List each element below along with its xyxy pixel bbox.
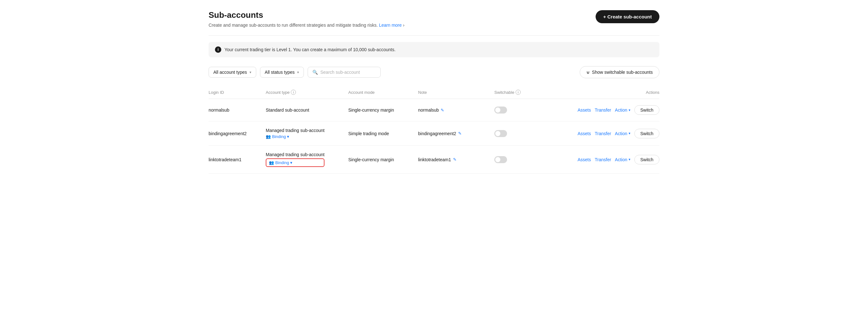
switchable-toggle-1[interactable] <box>494 107 507 113</box>
binding-chevron-icon-2: ▾ <box>287 134 289 139</box>
col-header-account-type: Account type i <box>266 90 348 95</box>
account-type-chevron-icon: ▾ <box>250 70 251 75</box>
sub-accounts-table: Login ID Account type i Account mode Not… <box>209 87 659 174</box>
show-switchable-button[interactable]: ⊌ Show switchable sub-accounts <box>580 66 659 78</box>
cell-account-type-3: Managed trading sub-account 👥 Binding ▾ <box>266 152 348 167</box>
action-chevron-icon-3: ▾ <box>629 158 630 162</box>
info-message: Your current trading tier is Level 1. Yo… <box>224 47 396 52</box>
table-header: Login ID Account type i Account mode Not… <box>209 87 659 99</box>
table-row: bindingagreement2 Managed trading sub-ac… <box>209 121 659 146</box>
table-row: normalsub Standard sub-account Single-cu… <box>209 99 659 121</box>
info-banner: i Your current trading tier is Level 1. … <box>209 42 659 57</box>
switch-button-2[interactable]: Switch <box>634 129 659 138</box>
cell-login-id-3: linktotradeteam1 <box>209 157 266 162</box>
cell-switchable-2 <box>494 130 545 137</box>
account-type-info-icon[interactable]: i <box>291 90 296 95</box>
switchable-btn-label: Show switchable sub-accounts <box>592 70 653 75</box>
note-edit-icon-2[interactable]: ✎ <box>458 131 462 136</box>
switchable-toggle-2[interactable] <box>494 130 507 137</box>
cell-switchable-3 <box>494 156 545 163</box>
page-title: Sub-accounts <box>209 10 404 20</box>
filters-row: All account types ▾ All status types ▾ 🔍… <box>209 66 659 78</box>
transfer-link-2[interactable]: Transfer <box>595 131 611 136</box>
cell-account-mode-2: Simple trading mode <box>348 131 418 136</box>
status-type-filter-label: All status types <box>265 70 294 75</box>
cell-actions-3: Assets Transfer Action ▾ Switch <box>545 155 659 164</box>
page-subtitle: Create and manage sub-accounts to run di… <box>209 23 404 28</box>
learn-more-link[interactable]: Learn more <box>379 23 402 28</box>
search-icon: 🔍 <box>312 70 318 75</box>
switchable-toggle-3[interactable] <box>494 156 507 163</box>
cell-login-id-2: bindingagreement2 <box>209 131 266 136</box>
filter-icon: ⊌ <box>586 70 590 75</box>
cell-login-id-1: normalsub <box>209 108 266 113</box>
people-icon-3: 👥 <box>269 160 274 165</box>
cell-note-2: bindingagreement2 ✎ <box>418 131 494 136</box>
assets-link-2[interactable]: Assets <box>578 131 591 136</box>
people-icon-2: 👥 <box>266 134 271 139</box>
col-header-account-mode: Account mode <box>348 90 418 95</box>
action-dropdown-3[interactable]: Action ▾ <box>615 157 630 162</box>
transfer-link-1[interactable]: Transfer <box>595 108 611 113</box>
action-dropdown-2[interactable]: Action ▾ <box>615 131 630 136</box>
account-type-filter-label: All account types <box>213 70 247 75</box>
binding-chevron-icon-3: ▾ <box>290 160 292 165</box>
account-type-filter[interactable]: All account types ▾ <box>209 67 256 78</box>
cell-account-mode-1: Single-currency margin <box>348 108 418 113</box>
switch-button-3[interactable]: Switch <box>634 155 659 164</box>
status-type-chevron-icon: ▾ <box>297 70 299 75</box>
transfer-link-3[interactable]: Transfer <box>595 157 611 162</box>
cell-switchable-1 <box>494 107 545 113</box>
action-chevron-icon-2: ▾ <box>629 131 630 136</box>
col-header-actions: Actions <box>545 90 659 95</box>
assets-link-1[interactable]: Assets <box>578 108 591 113</box>
note-edit-icon-3[interactable]: ✎ <box>453 157 457 162</box>
switchable-info-icon[interactable]: i <box>516 90 521 95</box>
cell-note-1: normalsub ✎ <box>418 108 494 113</box>
binding-badge-3[interactable]: 👥 Binding ▾ <box>266 158 324 167</box>
table-row: linktotradeteam1 Managed trading sub-acc… <box>209 146 659 174</box>
action-dropdown-1[interactable]: Action ▾ <box>615 108 630 113</box>
col-header-note: Note <box>418 90 494 95</box>
col-header-switchable: Switchable i <box>494 90 545 95</box>
cell-actions-2: Assets Transfer Action ▾ Switch <box>545 129 659 138</box>
binding-badge-2[interactable]: 👥 Binding ▾ <box>266 134 324 139</box>
create-sub-account-button[interactable]: + Create sub-account <box>596 10 659 23</box>
cell-actions-1: Assets Transfer Action ▾ Switch <box>545 105 659 115</box>
assets-link-3[interactable]: Assets <box>578 157 591 162</box>
search-input[interactable] <box>320 70 376 75</box>
header-divider <box>209 35 659 36</box>
switch-button-1[interactable]: Switch <box>634 105 659 115</box>
status-type-filter[interactable]: All status types ▾ <box>260 67 304 78</box>
note-edit-icon-1[interactable]: ✎ <box>441 108 444 113</box>
cell-note-3: linktotradeteam1 ✎ <box>418 157 494 162</box>
cell-account-type-1: Standard sub-account <box>266 108 348 113</box>
cell-account-type-2: Managed trading sub-account 👥 Binding ▾ <box>266 128 348 139</box>
info-icon: i <box>215 47 221 53</box>
col-header-login-id: Login ID <box>209 90 266 95</box>
action-chevron-icon-1: ▾ <box>629 108 630 112</box>
search-box: 🔍 <box>308 67 381 78</box>
cell-account-mode-3: Single-currency margin <box>348 157 418 162</box>
